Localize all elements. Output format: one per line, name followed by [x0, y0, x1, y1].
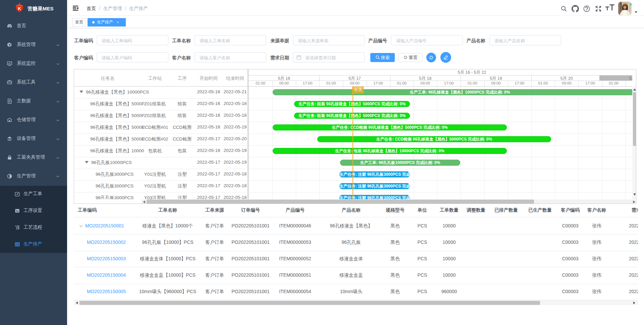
- svg-text:K: K: [18, 6, 21, 11]
